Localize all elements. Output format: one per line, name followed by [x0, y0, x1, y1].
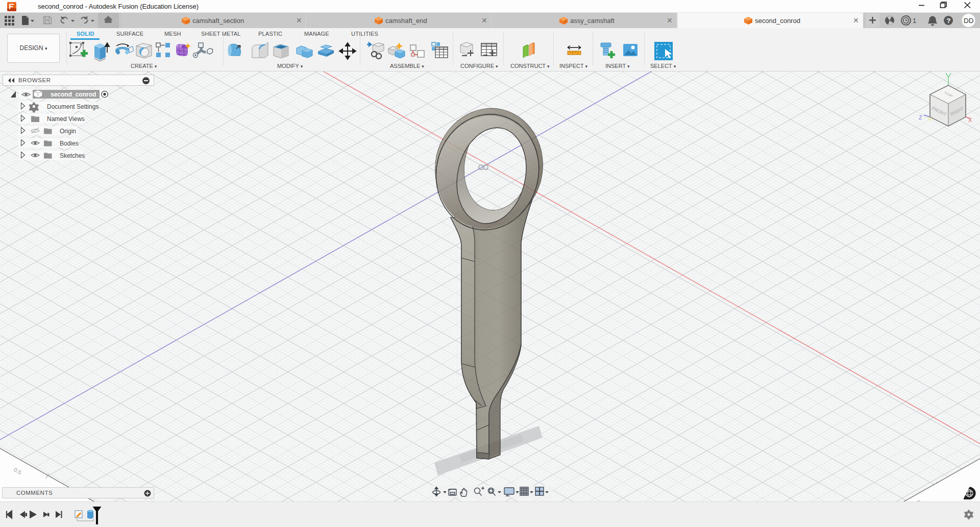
svg-text:Sketches: Sketches: [60, 152, 85, 159]
svg-text:second_conrod: second_conrod: [51, 91, 96, 98]
svg-text:Origin: Origin: [60, 128, 76, 135]
svg-text:X: X: [968, 117, 972, 123]
svg-text:?: ?: [946, 17, 950, 25]
svg-text:Named Views: Named Views: [47, 115, 85, 123]
svg-text:Z: Z: [919, 114, 922, 121]
svg-text:DD: DD: [964, 17, 974, 25]
svg-text:1: 1: [913, 17, 916, 25]
svg-text:Document Settings: Document Settings: [47, 103, 99, 110]
svg-text:Bodies: Bodies: [60, 140, 79, 147]
